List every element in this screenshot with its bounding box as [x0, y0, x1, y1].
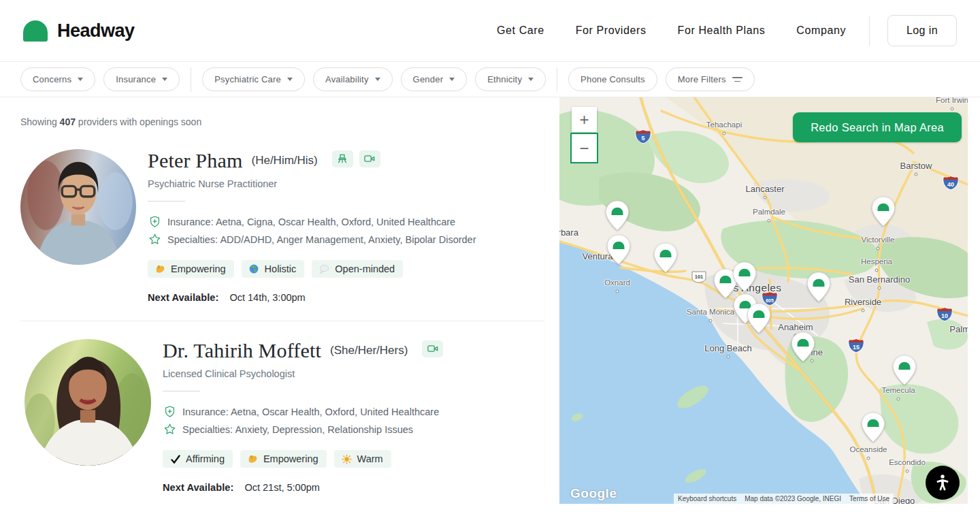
accessibility-person-icon	[933, 473, 952, 492]
session-mode-icons	[422, 340, 443, 357]
map-city-dot	[862, 309, 865, 312]
headway-pin-icon	[747, 303, 771, 334]
header: Headway Get CareFor ProvidersFor Health …	[0, 0, 980, 62]
filter-concerns[interactable]: Concerns	[20, 67, 95, 91]
headway-pin-icon	[606, 200, 630, 231]
highway-shield-10: 10	[936, 307, 953, 325]
filter-availability[interactable]: Availability	[313, 67, 393, 91]
provider-card[interactable]: Peter Pham (He/Him/His) Psychiatric Nurs…	[20, 149, 544, 303]
headway-pin-icon	[733, 261, 757, 292]
filter-ethnicity[interactable]: Ethnicity	[475, 67, 546, 91]
redo-search-button[interactable]: Redo Search in Map Area	[793, 112, 962, 142]
filter-group-divider	[557, 67, 557, 92]
nav-link[interactable]: Get Care	[497, 25, 544, 37]
map-city-dot	[915, 173, 918, 176]
trait-badge: Open-minded	[312, 260, 403, 278]
insurance-list: Aetna, Cigna, Oscar Health, Oxford, Unit…	[216, 217, 455, 227]
filter-gender[interactable]: Gender	[401, 67, 468, 91]
provider-map-pin[interactable]	[807, 272, 831, 305]
chevron-down-icon	[528, 78, 534, 81]
headway-pin-icon	[862, 412, 885, 443]
attribution-link[interactable]: Map data ©2023 Google, INEGI	[740, 494, 845, 504]
google-logo[interactable]: Google	[570, 486, 617, 501]
map-city-dot	[616, 290, 619, 293]
svg-text:15: 15	[853, 344, 860, 351]
provider-map-pin[interactable]	[872, 196, 896, 229]
results-count: Showing 407 providers with openings soon	[20, 116, 544, 127]
map-zoom-out-button[interactable]: −	[572, 134, 597, 162]
highway-shield-101: 101	[691, 271, 708, 287]
trait-badge: Affirming	[163, 450, 233, 468]
provider-map-pin[interactable]	[747, 303, 771, 336]
provider-card[interactable]: Dr. Tahirih Moffett (She/Her/Hers) Licen…	[20, 339, 544, 493]
results-panel: Showing 407 providers with openings soon…	[0, 97, 559, 529]
next-available-time: Oct 21st, 5:00pm	[244, 482, 319, 493]
map-city-label: Anaheim	[778, 322, 813, 332]
provider-card-body: Dr. Tahirih Moffett (She/Her/Hers) Licen…	[163, 339, 443, 493]
accessibility-button[interactable]	[926, 466, 960, 500]
map[interactable]: Fort IrwinTehachapiBarstowLancasterPalmd…	[559, 97, 968, 504]
video-camera-icon	[427, 343, 439, 354]
provider-pronouns: (She/Her/Hers)	[330, 344, 408, 357]
headway-logo[interactable]: Headway	[23, 20, 135, 42]
svg-text:605: 605	[766, 298, 774, 303]
specialties-row: Specialties: Anxiety, Depression, Relati…	[163, 423, 443, 436]
filter-phone-consults[interactable]: Phone Consults	[568, 67, 657, 91]
next-available-row: Next Available: Oct 21st, 5:00pm	[163, 482, 443, 493]
headway-pin-icon	[654, 242, 678, 273]
filter-more-filters[interactable]: More Filters	[666, 67, 755, 91]
map-city-dot	[875, 269, 879, 272]
trait-badge-label: Empowering	[263, 453, 318, 464]
trait-badge-label: Empowering	[171, 263, 226, 274]
map-city-dot	[951, 108, 954, 111]
map-zoom-in-button[interactable]: +	[572, 107, 597, 132]
provider-map-pin[interactable]	[862, 412, 885, 445]
provider-title: Psychiatric Nurse Practitioner	[148, 178, 476, 189]
specialties-label: Specialties:	[167, 234, 218, 245]
filter-group-divider	[191, 67, 191, 92]
attribution-link[interactable]: Terms of Use	[845, 494, 894, 504]
provider-map-pin[interactable]	[733, 261, 757, 295]
brand-name: Headway	[57, 20, 135, 42]
login-button[interactable]: Log in	[887, 15, 957, 46]
attribution-link[interactable]: Keyboard shortcuts	[674, 494, 740, 504]
map-city-label: Oxnard	[604, 278, 630, 287]
trait-badge-label: Open-minded	[335, 263, 395, 274]
insurance-shield-icon	[148, 215, 161, 228]
map-city-label: Tehachapi	[706, 121, 742, 129]
headway-pin-icon	[872, 196, 896, 227]
provider-map-pin[interactable]	[893, 355, 917, 388]
nav-link[interactable]: For Health Plans	[678, 25, 766, 37]
provider-portrait	[24, 339, 151, 466]
results-count-number: 407	[60, 116, 76, 127]
filter-psychiatric-care[interactable]: Psychiatric Care	[202, 67, 305, 91]
chevron-down-icon	[162, 78, 167, 81]
headway-dome-icon	[23, 20, 48, 42]
provider-card-body: Peter Pham (He/Him/His) Psychiatric Nurs…	[148, 149, 476, 303]
provider-map-pin[interactable]	[791, 332, 815, 365]
trait-badges: AffirmingEmpoweringWarm	[163, 450, 443, 468]
video-session-badge[interactable]	[359, 150, 380, 167]
trait-badge-label: Holistic	[265, 263, 297, 274]
map-city-dot	[878, 287, 881, 290]
provider-map-pin[interactable]	[654, 242, 678, 276]
chevron-down-icon	[449, 78, 455, 81]
provider-list: Peter Pham (He/Him/His) Psychiatric Nurs…	[20, 149, 544, 493]
video-session-badge[interactable]	[422, 340, 443, 357]
chevron-down-icon	[78, 78, 83, 81]
map-city-label: Palmdale	[753, 208, 785, 216]
provider-map-pin[interactable]	[606, 200, 630, 234]
svg-text:10: 10	[941, 312, 948, 319]
card-divider	[163, 391, 200, 391]
svg-text:5: 5	[641, 135, 644, 142]
filter-lines-icon	[732, 77, 742, 82]
specialties-star-icon	[163, 423, 176, 436]
filter-insurance[interactable]: Insurance	[103, 67, 180, 91]
nav-link[interactable]: Company	[796, 25, 846, 37]
in-person-session-badge[interactable]	[332, 150, 353, 167]
map-city-dot	[727, 355, 730, 359]
provider-map-pin[interactable]	[607, 234, 631, 268]
nav-link[interactable]: For Providers	[576, 25, 647, 37]
provider-portrait	[20, 149, 136, 265]
map-city-label: Victorville	[862, 236, 895, 244]
